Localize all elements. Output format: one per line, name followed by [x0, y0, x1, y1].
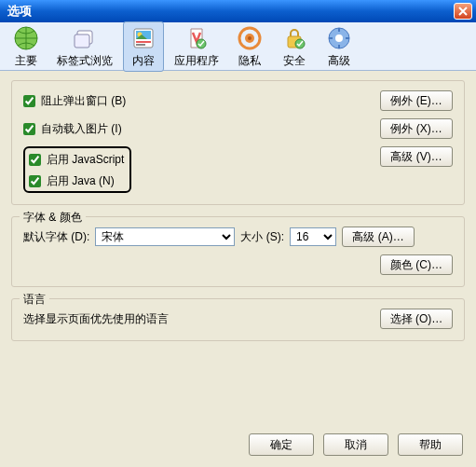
- block-popup-label: 阻止弹出窗口 (B): [41, 93, 126, 109]
- tabs-icon: [71, 24, 99, 52]
- svg-point-11: [248, 36, 252, 40]
- font-size-select[interactable]: 16: [290, 227, 336, 246]
- svg-point-15: [335, 34, 343, 42]
- toolbar-item-content[interactable]: 内容: [123, 21, 164, 72]
- language-description: 选择显示页面优先使用的语言: [23, 311, 380, 327]
- toolbar-label: 高级: [328, 53, 350, 69]
- toolbar-label: 隐私: [238, 53, 261, 69]
- svg-rect-2: [75, 34, 89, 48]
- language-group: 语言 选择显示页面优先使用的语言 选择 (O)…: [11, 298, 465, 341]
- toolbar-label: 应用程序: [174, 53, 219, 69]
- apps-icon: [183, 24, 211, 52]
- default-font-label: 默认字体 (D):: [23, 229, 89, 245]
- dialog-footer: 确定 取消 帮助: [249, 433, 463, 456]
- enable-java-label: 启用 Java (N): [47, 173, 115, 189]
- language-choose-button[interactable]: 选择 (O)…: [380, 309, 453, 329]
- lock-icon: [280, 24, 308, 52]
- toolbar-item-main[interactable]: 主要: [6, 21, 47, 72]
- window-title: 选项: [4, 3, 454, 20]
- enable-javascript-checkbox[interactable]: [29, 154, 41, 166]
- help-button[interactable]: 帮助: [398, 433, 463, 456]
- content-icon: [129, 24, 157, 52]
- toolbar-label: 主要: [15, 53, 37, 69]
- toolbar-item-apps[interactable]: 应用程序: [168, 21, 225, 72]
- auto-load-images-checkbox[interactable]: [23, 123, 35, 135]
- toolbar-label: 安全: [283, 53, 306, 69]
- font-family-select[interactable]: 宋体: [95, 227, 235, 246]
- title-bar: 选项: [0, 0, 476, 22]
- auto-load-images-label: 自动载入图片 (I): [41, 121, 122, 137]
- privacy-icon: [236, 24, 264, 52]
- close-button[interactable]: [454, 3, 472, 20]
- globe-icon: [12, 24, 40, 52]
- cancel-button[interactable]: 取消: [323, 433, 388, 456]
- popup-exceptions-button[interactable]: 例外 (E)…: [380, 90, 453, 111]
- enable-javascript-label: 启用 JavaScript: [47, 152, 124, 168]
- toolbar-item-security[interactable]: 安全: [274, 21, 315, 72]
- toolbar-label: 内容: [132, 53, 155, 69]
- image-exceptions-button[interactable]: 例外 (X)…: [380, 118, 453, 139]
- font-group-title: 字体 & 颜色: [20, 210, 86, 226]
- toolbar-label: 标签式浏览: [57, 53, 113, 69]
- highlight-annotation: 启用 JavaScript 启用 Java (N): [23, 146, 131, 193]
- font-advanced-button[interactable]: 高级 (A)…: [342, 227, 415, 247]
- enable-java-checkbox[interactable]: [29, 175, 41, 187]
- font-size-label: 大小 (S):: [240, 229, 284, 245]
- ok-button[interactable]: 确定: [249, 433, 314, 456]
- toolbar-item-advanced[interactable]: 高级: [319, 21, 360, 72]
- javascript-advanced-button[interactable]: 高级 (V)…: [380, 146, 453, 167]
- gear-icon: [325, 24, 353, 52]
- colors-button[interactable]: 颜色 (C)…: [380, 254, 453, 275]
- block-popup-checkbox[interactable]: [23, 95, 35, 107]
- toolbar-item-tabs[interactable]: 标签式浏览: [50, 21, 119, 72]
- general-group: 阻止弹出窗口 (B) 例外 (E)… 自动载入图片 (I) 例外 (X)… 启用…: [11, 80, 465, 205]
- svg-rect-7: [136, 44, 145, 46]
- language-group-title: 语言: [20, 292, 49, 308]
- category-toolbar: 主要 标签式浏览 内容 应用程序 隐私 安全 高级: [0, 22, 476, 71]
- close-icon: [458, 7, 468, 16]
- toolbar-item-privacy[interactable]: 隐私: [229, 21, 270, 72]
- content-panel: 阻止弹出窗口 (B) 例外 (E)… 自动载入图片 (I) 例外 (X)… 启用…: [0, 71, 476, 362]
- font-color-group: 字体 & 颜色 默认字体 (D): 宋体 大小 (S): 16 高级 (A)… …: [11, 216, 465, 287]
- svg-rect-6: [136, 41, 151, 43]
